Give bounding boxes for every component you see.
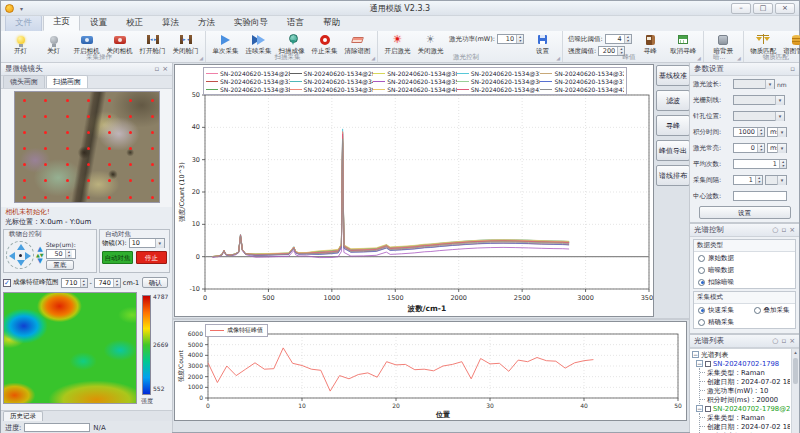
snr-threshold-spinner[interactable]: 4▴▾: [605, 34, 632, 44]
tab-scan-view[interactable]: 扫描画面: [46, 75, 88, 88]
stage-dpad[interactable]: [6, 241, 34, 269]
z-down-icon[interactable]: ▼: [37, 258, 42, 265]
radio-icon[interactable]: [698, 307, 705, 314]
tab-lens-view[interactable]: 镜头画面: [3, 75, 45, 88]
laser-wavelength-combo[interactable]: ▾: [733, 79, 775, 89]
spinner-arrows-icon[interactable]: ▴▾: [113, 279, 120, 287]
close-icon[interactable]: ×: [162, 65, 168, 73]
imaging-heatmap[interactable]: [3, 292, 137, 404]
tab-language[interactable]: 语言: [278, 16, 313, 31]
spinner-arrows-icon[interactable]: ▴▾: [516, 35, 523, 43]
radio-icon[interactable]: [698, 279, 705, 286]
spectra-arrange-button[interactable]: 谱线排布: [656, 165, 690, 186]
minimize-button[interactable]: –: [731, 3, 751, 14]
tab-wizard[interactable]: 实验向导: [225, 16, 277, 31]
acquire-mode-option[interactable]: 叠加采集: [750, 304, 795, 316]
tree-item[interactable]: −SN-20240702-1798: [696, 359, 790, 368]
acquire-mode-option[interactable]: 快速采集: [694, 304, 750, 316]
expand-icon[interactable]: −: [696, 405, 703, 412]
tab-calibration[interactable]: 校正: [117, 16, 152, 31]
spinner-arrows-icon[interactable]: ▴▾: [65, 250, 72, 258]
focus-stop-button[interactable]: 停止: [136, 251, 167, 264]
item-checkbox[interactable]: [705, 361, 711, 367]
peak-export-button[interactable]: 峰值导出: [656, 140, 690, 161]
position-chart[interactable]: 成像特征峰值 010203040500100020003000400050006…: [174, 321, 687, 421]
expand-icon[interactable]: −: [692, 351, 699, 358]
tab-settings[interactable]: 设置: [81, 16, 116, 31]
group-launcher-icon[interactable]: ◢: [199, 55, 203, 61]
radio-icon[interactable]: [754, 307, 761, 314]
find-peak-button[interactable]: 寻峰: [656, 115, 690, 136]
pin-icon[interactable]: ▫: [790, 65, 795, 73]
scroll-up-icon[interactable]: ▴: [792, 349, 799, 355]
close-button[interactable]: ×: [775, 3, 795, 14]
group-launcher-icon[interactable]: ◢: [371, 55, 375, 61]
filter-button[interactable]: 滤波: [656, 90, 690, 111]
chart-splitter[interactable]: [173, 318, 691, 320]
close-icon[interactable]: ×: [789, 226, 795, 234]
objective-combo[interactable]: 10▾: [129, 238, 165, 248]
radio-icon[interactable]: [698, 255, 705, 262]
data-type-option[interactable]: 暗噪数据: [694, 264, 795, 276]
data-type-option[interactable]: 原始数据: [694, 252, 795, 264]
restore-button[interactable]: □: [753, 3, 773, 14]
tab-file[interactable]: 文件: [5, 15, 42, 31]
pin-icon[interactable]: ▫: [781, 337, 786, 345]
radio-icon[interactable]: [698, 319, 705, 326]
spinner-arrows-icon[interactable]: ▴▾: [757, 128, 764, 136]
range-max-spinner[interactable]: 740▴▾: [94, 278, 121, 288]
spinner-arrows-icon[interactable]: ▴▾: [757, 144, 764, 152]
spectra-plot[interactable]: 0500100015002000250030003500-10010203040…: [175, 65, 653, 316]
pin-icon[interactable]: ▫: [781, 226, 786, 234]
laser-on-time-spinner[interactable]: 0▴▾: [733, 143, 765, 153]
tab-home[interactable]: 主页: [43, 14, 80, 31]
spinner-arrows-icon[interactable]: ▴▾: [755, 176, 762, 184]
scroll-thumb[interactable]: [793, 358, 798, 384]
average-count-spinner[interactable]: 1▴▾: [733, 159, 787, 169]
history-tab[interactable]: 历史记录: [3, 411, 43, 421]
laser-power-spinner[interactable]: 10▴▾: [497, 34, 524, 44]
integration-time-spinner[interactable]: 1000▴▾: [733, 127, 765, 137]
center-wavenumber-input[interactable]: [733, 191, 787, 201]
arrow-up-icon[interactable]: [17, 244, 25, 250]
radio-icon[interactable]: [698, 267, 705, 274]
range-confirm-button[interactable]: 确认: [142, 277, 168, 288]
baseline-calibrate-button[interactable]: 基线校准: [656, 65, 690, 86]
refresh-icon[interactable]: ○: [772, 337, 778, 345]
pinhole-combo[interactable]: ▾: [733, 111, 785, 121]
expand-icon[interactable]: −: [696, 360, 703, 367]
spinner-arrows-icon[interactable]: ▴▾: [779, 160, 786, 168]
tab-help[interactable]: 帮助: [314, 16, 349, 31]
group-launcher-icon[interactable]: ◢: [556, 55, 560, 61]
tree-scrollbar[interactable]: ▴ ▾: [791, 349, 799, 433]
item-checkbox[interactable]: [705, 406, 711, 412]
spinner-arrows-icon[interactable]: ▴▾: [80, 279, 87, 287]
arrow-right-icon[interactable]: [25, 252, 31, 260]
spectra-chart[interactable]: SN-20240620-1534@28SN-20240620-1534@29SN…: [174, 64, 654, 317]
tree-root[interactable]: −光谱列表: [692, 350, 790, 359]
data-type-option[interactable]: 扣除暗噪: [694, 276, 795, 288]
refresh-icon[interactable]: ○: [772, 226, 778, 234]
integration-unit-combo[interactable]: ms▾: [767, 127, 787, 137]
params-apply-button[interactable]: 设置: [699, 206, 791, 219]
microscope-image[interactable]: [14, 91, 160, 203]
range-min-spinner[interactable]: 710▴▾: [61, 278, 88, 288]
spinner-arrows-icon[interactable]: ▴▾: [624, 35, 631, 43]
acquire-interval-spinner[interactable]: 1▴▾: [733, 175, 763, 185]
group-launcher-icon[interactable]: ◢: [697, 55, 701, 61]
step-spinner[interactable]: 50▴▾: [46, 249, 76, 259]
stage-bottom-button[interactable]: 置底: [46, 260, 74, 270]
close-icon[interactable]: ×: [789, 337, 795, 345]
laser-on-unit-combo[interactable]: ms▾: [767, 143, 787, 153]
tree-item[interactable]: −SN-20240702-1798@2: [696, 404, 790, 413]
range-checkbox[interactable]: ✓: [3, 279, 11, 287]
group-launcher-icon[interactable]: ◢: [737, 55, 741, 61]
arrow-left-icon[interactable]: [9, 252, 15, 260]
autofocus-button[interactable]: 自动对焦: [102, 251, 133, 264]
tab-algorithm[interactable]: 算法: [153, 16, 188, 31]
grating-combo[interactable]: ▾: [733, 95, 785, 105]
tab-method[interactable]: 方法: [189, 16, 224, 31]
interval-unit-combo[interactable]: ▾: [765, 175, 787, 185]
pin-icon[interactable]: ▫: [154, 65, 159, 73]
acquire-mode-option[interactable]: 精确采集: [694, 316, 750, 328]
